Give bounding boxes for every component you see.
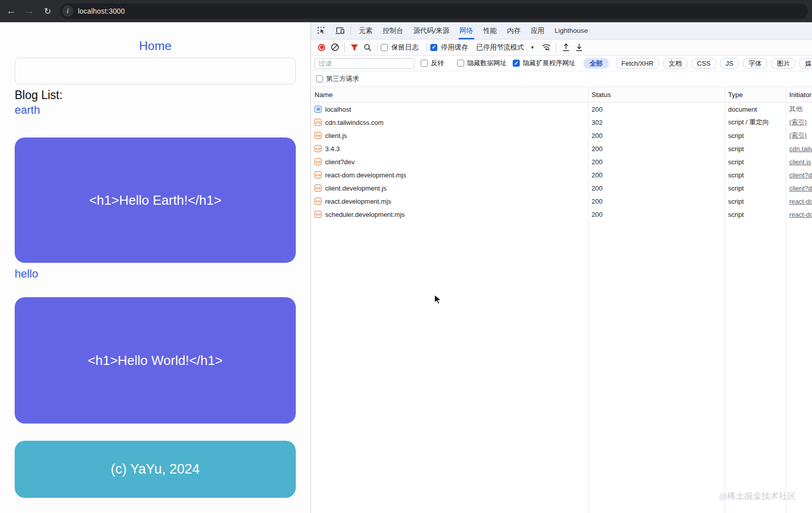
tab-lighthouse[interactable]: Lighthouse [550,22,593,39]
network-request-row[interactable]: < >3.4.3 200 script cdn.tailwindcss.com [311,142,812,155]
network-request-row[interactable]: < >cdn.tailwindcss.com 302 script / 重定向 … [311,116,812,129]
network-request-row[interactable]: < >react.development.mjs 200 script reac… [311,195,812,208]
search-icon[interactable] [361,41,374,54]
tab-sources[interactable]: 源代码/来源 [409,22,455,39]
tab-elements[interactable]: 元素 [354,22,378,39]
table-header: Name Status Type Initiator [311,87,812,103]
request-initiator[interactable]: client.js [786,158,812,166]
request-status: 302 [588,119,725,126]
column-name[interactable]: Name [311,91,588,99]
request-type: script [725,132,786,139]
divider [377,43,378,52]
request-name[interactable]: cdn.tailwindcss.com [325,119,384,126]
table-rows: localhost 200 document 其他 < >cdn.tailwin… [311,103,812,221]
request-name[interactable]: localhost [325,106,351,113]
request-name[interactable]: 3.4.3 [325,145,340,153]
site-info-icon[interactable]: i [62,6,73,17]
hide-data-urls-checkbox[interactable] [457,60,464,67]
tab-console[interactable]: 控制台 [378,22,409,39]
back-icon[interactable]: ← [4,4,18,18]
throttling-select[interactable]: 已停用节流模式 [476,43,524,52]
web-page: Home Blog List: earth <h1>Hello Earth!</… [0,22,310,513]
file-type-icon: < > [314,119,322,126]
request-status: 200 [588,132,725,139]
network-request-row[interactable]: < >client.js 200 script (索引) [311,129,812,142]
blog-input[interactable] [15,58,296,84]
footer-card: (c) YaYu, 2024 [15,441,296,498]
hide-extension-urls-checkbox[interactable]: ✓ [513,60,520,67]
request-type: script [725,145,786,153]
filter-type-css[interactable]: CSS [692,58,716,69]
tab-memory[interactable]: 内存 [502,22,526,39]
device-toolbar-icon[interactable] [332,24,347,37]
address-bar[interactable]: i localhost:3000 [60,4,808,19]
invert-checkbox[interactable] [421,60,428,67]
tab-network[interactable]: 网络 [455,22,478,39]
watermark: @稀土掘金技术社区 [719,490,796,502]
column-status[interactable]: Status [588,91,725,99]
request-name[interactable]: react-dom.development.mjs [325,171,406,179]
request-initiator[interactable]: react-dom.development.mjs [786,211,812,218]
network-conditions-icon[interactable] [539,41,553,54]
filter-input[interactable] [314,58,415,69]
tab-application[interactable]: 应用 [526,22,550,39]
network-request-row[interactable]: < >react-dom.development.mjs 200 script … [311,168,812,181]
filter-type-all[interactable]: 全部 [583,58,609,69]
request-name[interactable]: react.development.mjs [325,198,391,205]
inspect-element-icon[interactable] [314,24,329,37]
network-request-row[interactable]: < >scheduler.development.mjs 200 script … [311,208,812,221]
network-request-row[interactable]: < >client.development.js 200 script clie… [311,181,812,195]
earth-link[interactable]: earth [15,103,40,117]
filter-type-doc[interactable]: 文档 [663,58,688,69]
file-type-icon: < > [314,211,322,218]
tab-performance[interactable]: 性能 [478,22,502,39]
filter-type-media[interactable]: 媒体 [799,58,812,69]
column-divider[interactable] [725,87,725,513]
request-initiator[interactable]: (索引) [786,118,812,127]
request-initiator[interactable]: react-dom.development.mjs [786,198,812,205]
chevron-down-icon[interactable]: ▼ [530,45,535,50]
home-link[interactable]: Home [15,38,296,54]
network-request-row[interactable]: < >client?dev 200 script client.js [311,155,812,168]
request-initiator[interactable]: 其他 [786,105,812,114]
request-name[interactable]: scheduler.development.mjs [325,211,405,218]
column-initiator[interactable]: Initiator [786,91,812,99]
hide-extension-urls-label: 隐藏扩展程序网址 [523,59,575,68]
reload-icon[interactable]: ↻ [40,4,55,18]
preserve-log-checkbox[interactable] [381,44,388,51]
clear-network-log-icon[interactable] [328,41,341,54]
request-initiator[interactable]: (索引) [786,131,812,140]
filter-type-font[interactable]: 字体 [743,58,767,69]
request-name[interactable]: client.development.js [325,184,386,192]
column-divider[interactable] [588,87,589,513]
request-name[interactable]: client?dev [325,158,355,166]
export-har-icon[interactable] [572,41,585,54]
request-initiator[interactable]: client?dev [786,171,812,179]
disable-cache-checkbox[interactable]: ✓ [430,44,437,51]
request-name[interactable]: client.js [325,132,347,139]
request-initiator[interactable]: client?dev [786,184,812,192]
disable-cache-label: 停用缓存 [441,43,468,52]
third-party-row: 第三方请求 [311,71,812,87]
third-party-checkbox[interactable] [316,75,323,82]
browser-toolbar: ← → ↻ i localhost:3000 [0,0,812,22]
file-type-icon: < > [314,171,322,178]
invert-label: 反转 [431,59,444,68]
request-type: script [725,158,786,166]
import-har-icon[interactable] [559,41,572,54]
hello-link[interactable]: hello [15,266,38,281]
filter-type-fetch-xhr[interactable]: Fetch/XHR [616,58,659,69]
filter-icon[interactable] [348,41,361,54]
request-initiator[interactable]: cdn.tailwindcss.com [786,145,812,153]
forward-icon[interactable]: → [22,4,36,18]
column-divider[interactable] [786,87,786,513]
filter-type-js[interactable]: JS [720,58,739,69]
filter-type-img[interactable]: 图片 [771,58,795,69]
record-network-log-icon[interactable] [315,41,328,54]
hide-data-urls-label: 隐藏数据网址 [467,59,507,68]
footer-card-text: (c) YaYu, 2024 [111,461,200,477]
network-request-row[interactable]: localhost 200 document 其他 [311,103,812,116]
column-type[interactable]: Type [725,91,786,99]
url-text[interactable]: localhost:3000 [78,7,125,15]
file-type-icon [314,106,322,113]
